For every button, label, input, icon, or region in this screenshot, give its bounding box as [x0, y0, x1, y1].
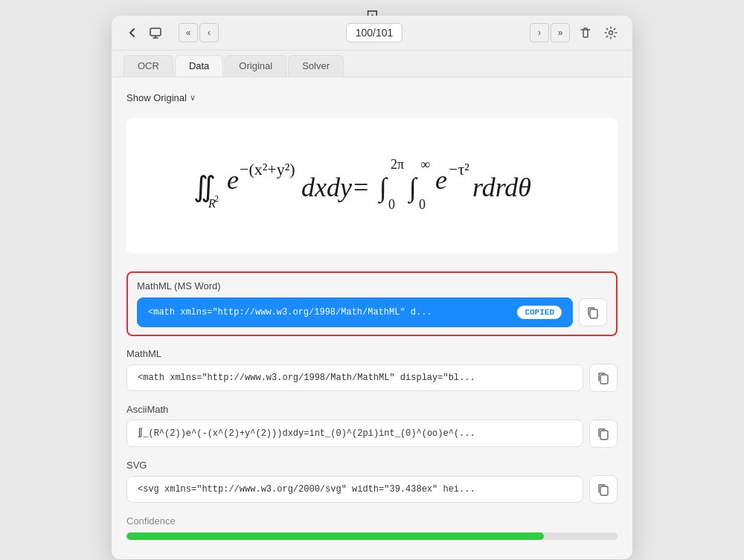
svg-label: SVG: [126, 460, 618, 471]
confidence-label: Confidence: [126, 515, 618, 527]
mathml-msword-code[interactable]: <math xmlns="http://www.w3.org/1998/Math…: [137, 297, 573, 327]
mathml-msword-value: <math xmlns="http://www.w3.org/1998/Math…: [148, 307, 432, 318]
confidence-bar-background: [126, 532, 618, 540]
mathml-msword-copy-button[interactable]: [579, 298, 607, 326]
delete-button[interactable]: [576, 23, 595, 42]
tab-original[interactable]: Original: [225, 55, 286, 77]
svg-text:rdrdθ: rdrdθ: [472, 173, 531, 202]
asciimath-code[interactable]: ∬_(R^(2))e^(-(x^(2)+y^(2)))dxdy=int_(0)^…: [126, 419, 583, 447]
nav-first-button[interactable]: «: [179, 23, 198, 42]
svg-text:0: 0: [388, 197, 395, 212]
math-display: ∬ R 2 e −(x²+y²) dxdy = ∫ 2π 0 ∫ ∞ 0 e −…: [126, 118, 618, 254]
svg-text:2: 2: [214, 193, 219, 204]
asciimath-section: AsciiMath ∬_(R^(2))e^(-(x^(2)+y^(2)))dxd…: [126, 404, 618, 448]
chevron-down-icon: ∨: [190, 93, 196, 103]
nav-next-button[interactable]: ›: [530, 23, 549, 42]
mathml-section: MathML <math xmlns="http://www.w3.org/19…: [126, 348, 618, 392]
svg-text:−(x²+y²): −(x²+y²): [240, 160, 295, 178]
svg-text:∫: ∫: [378, 173, 388, 204]
svg-rect-0: [150, 28, 161, 36]
svg-text:0: 0: [419, 197, 426, 212]
math-formula: ∬ R 2 e −(x²+y²) dxdy = ∫ 2π 0 ∫ ∞ 0 e −…: [186, 148, 558, 224]
svg-text:2π: 2π: [391, 157, 404, 172]
page-counter: 100/101: [346, 23, 403, 42]
tab-solver[interactable]: Solver: [288, 55, 344, 77]
nav-prev-button[interactable]: ‹: [199, 23, 219, 42]
toolbar-left: [124, 23, 165, 42]
toolbar: « ‹ 100/101 › »: [112, 16, 632, 51]
show-original-toggle[interactable]: Show Original ∨: [126, 89, 618, 106]
content-area: Show Original ∨ ∬ R 2 e −(x²+y²) dxdy = …: [112, 77, 632, 559]
svg-row: <svg xmlns="http://www.w3.org/2000/svg" …: [126, 475, 618, 503]
mathml-msword-row: <math xmlns="http://www.w3.org/1998/Math…: [137, 297, 607, 327]
svg-text:e: e: [227, 165, 239, 195]
tab-ocr[interactable]: OCR: [124, 55, 173, 77]
mathml-label: MathML: [126, 348, 618, 359]
svg-section: SVG <svg xmlns="http://www.w3.org/2000/s…: [126, 460, 618, 503]
mathml-code[interactable]: <math xmlns="http://www.w3.org/1998/Math…: [126, 364, 583, 391]
back-button[interactable]: [124, 24, 141, 42]
asciimath-copy-button[interactable]: [589, 419, 618, 448]
mathml-row: <math xmlns="http://www.w3.org/1998/Math…: [126, 364, 618, 392]
svg-code[interactable]: <svg xmlns="http://www.w3.org/2000/svg" …: [126, 476, 583, 503]
show-original-label: Show Original: [126, 92, 187, 103]
toolbar-right: [576, 23, 620, 42]
svg-rect-19: [600, 375, 608, 384]
tabs-bar: OCR Data Original Solver: [112, 51, 632, 77]
svg-rect-18: [590, 309, 597, 318]
nav-group: « ‹: [179, 23, 219, 42]
settings-button[interactable]: [601, 23, 620, 42]
svg-text:∞: ∞: [420, 157, 430, 172]
svg-rect-21: [600, 486, 608, 495]
tab-data[interactable]: Data: [175, 55, 223, 77]
mathml-msword-section: MathML (MS Word) <math xmlns="http://www…: [126, 271, 618, 336]
confidence-bar-fill: [126, 532, 544, 540]
main-window: « ‹ 100/101 › » OCR Dat: [112, 16, 632, 559]
nav-last-button[interactable]: »: [551, 23, 570, 42]
copied-badge: COPIED: [517, 306, 562, 319]
mathml-copy-button[interactable]: [589, 364, 618, 392]
display-mode-button[interactable]: [146, 23, 165, 42]
svg-text:dxdy: dxdy: [301, 173, 352, 202]
svg-point-1: [609, 31, 613, 35]
toolbar-center: 100/101: [225, 23, 524, 42]
svg-text:=: =: [353, 173, 368, 202]
mathml-msword-label: MathML (MS Word): [137, 280, 607, 292]
nav-group-right: › »: [530, 23, 570, 42]
svg-text:e: e: [435, 165, 447, 195]
asciimath-label: AsciiMath: [126, 404, 618, 415]
svg-text:−τ²: −τ²: [449, 160, 469, 178]
svg-text:∫: ∫: [408, 173, 418, 204]
svg-rect-20: [600, 431, 608, 440]
svg-copy-button[interactable]: [589, 475, 618, 503]
confidence-section: Confidence: [126, 515, 618, 547]
asciimath-row: ∬_(R^(2))e^(-(x^(2)+y^(2)))dxdy=int_(0)^…: [126, 419, 618, 448]
